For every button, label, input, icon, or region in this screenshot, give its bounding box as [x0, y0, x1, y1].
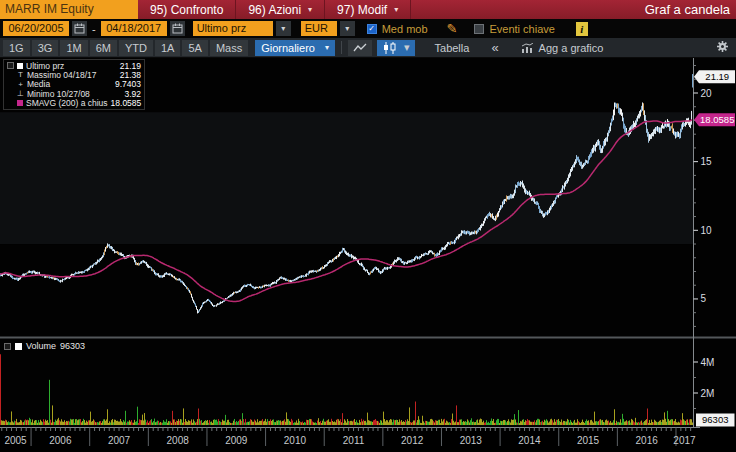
price-field-select[interactable]: Ultimo prz [193, 21, 273, 36]
high-marker-icon: T [17, 70, 24, 79]
year-label: 2011 [343, 435, 365, 446]
range-button-1g[interactable]: 1G [3, 40, 30, 56]
year-label: 2017 [673, 435, 696, 446]
date-to-field[interactable]: 04/18/2017 [101, 21, 167, 36]
range-button-5a[interactable]: 5A [182, 40, 207, 56]
menu-bar-spacer [411, 0, 645, 19]
candle-chart-button[interactable]: ▾ [377, 40, 415, 56]
gear-icon [716, 40, 729, 53]
price-tick-label: 10 [701, 225, 713, 236]
line-chart-button[interactable] [348, 40, 372, 56]
year-label: 2013 [460, 435, 483, 446]
settings-button[interactable] [716, 40, 729, 55]
mini-chart-icon [521, 43, 534, 53]
price-tick-label: 20 [701, 88, 713, 99]
chart-type-title: Graf a candela [645, 0, 736, 19]
volume-legend[interactable]: Volume 96303 [4, 341, 85, 351]
calendar-icon [172, 23, 183, 34]
price-legend[interactable]: Ultimo prz 21.19 T Massimo 04/18/17 21.3… [3, 59, 145, 110]
legend-row-smavg[interactable]: SMAVG (200) a chius 18.0585 [7, 98, 141, 107]
year-label: 2008 [167, 435, 190, 446]
year-label: 2009 [225, 435, 248, 446]
date-range-separator: - [92, 23, 96, 35]
legend-row-high[interactable]: T Massimo 04/18/17 21.38 [7, 70, 141, 79]
currency-dropdown-button[interactable]: ▾ [340, 21, 355, 36]
chevron-down-icon: ▾ [281, 24, 285, 33]
azioni-button[interactable]: 96) Azioni ▾ [236, 0, 325, 19]
legend-toggle[interactable] [7, 62, 14, 69]
price-tick-label: 5 [701, 293, 707, 304]
year-label: 2007 [108, 435, 131, 446]
panel-divider[interactable] [0, 337, 736, 339]
price-tick-label: 15 [701, 156, 713, 167]
add-to-chart-button[interactable]: Agg a grafico [515, 40, 610, 56]
modif-label: 97) Modif [337, 3, 387, 17]
calendar-icon [74, 23, 85, 34]
last-price-swatch-icon [17, 63, 23, 69]
period-dropdown[interactable]: Giornaliero ▾ [255, 40, 335, 56]
azioni-label: 96) Azioni [248, 3, 301, 17]
confronto-button[interactable]: 95) Confronto [138, 0, 236, 19]
year-label: 2015 [577, 435, 600, 446]
last-volume-badge: 96303 [696, 414, 735, 427]
eventi-chiave-checkbox[interactable] [474, 24, 484, 34]
range-button-3g[interactable]: 3G [32, 40, 59, 56]
legend-value: 18.0585 [111, 98, 142, 108]
range-button-1m[interactable]: 1M [60, 40, 87, 56]
low-marker-icon: ⊥ [17, 89, 24, 98]
date-from-field[interactable]: 06/20/2005 [3, 21, 69, 36]
volume-legend-toggle[interactable] [4, 343, 11, 350]
chevron-down-icon: ▾ [345, 24, 349, 33]
med-mob-checkbox[interactable]: ✓ [367, 24, 377, 34]
range-button-ytd[interactable]: YTD [119, 40, 153, 56]
year-label: 2014 [518, 435, 541, 446]
last-price-badge: 21.19 [694, 70, 735, 83]
volume-tick-label: 4M [701, 357, 715, 368]
chevron-down-icon: ▾ [325, 40, 329, 56]
year-label: 2006 [49, 435, 72, 446]
security-ticker-field[interactable]: MARR IM Equity [0, 0, 138, 19]
confronto-label: 95) Confronto [150, 3, 223, 17]
med-mob-label: Med mob [382, 23, 428, 35]
date-from-calendar-button[interactable] [72, 21, 87, 36]
price-field-dropdown-button[interactable]: ▾ [276, 21, 291, 36]
year-label: 2010 [284, 435, 307, 446]
toolbar-divider [341, 41, 342, 54]
bloomberg-chart-window: MARR IM Equity 95) Confronto 96) Azioni … [0, 0, 736, 452]
range-button-1a[interactable]: 1A [155, 40, 180, 56]
currency-select[interactable]: EUR [301, 21, 337, 36]
range-button-6m[interactable]: 6M [90, 40, 117, 56]
modif-button[interactable]: 97) Modif ▾ [325, 0, 411, 19]
line-chart-icon [353, 42, 367, 53]
legend-label: SMAVG (200) a chius [26, 98, 108, 108]
year-label: 2012 [401, 435, 424, 446]
volume-legend-label: Volume [26, 341, 56, 351]
legend-row-last-price[interactable]: Ultimo prz 21.19 [7, 61, 141, 70]
period-label: Giornaliero [261, 40, 315, 56]
legend-row-low[interactable]: ⊥ Minimo 10/27/08 3.92 [7, 89, 141, 98]
legend-row-mean[interactable]: + Media 9.7403 [7, 80, 141, 89]
mean-marker-icon: + [17, 80, 24, 89]
add-to-chart-label: Agg a grafico [539, 40, 604, 56]
svg-text:96303: 96303 [702, 414, 728, 425]
eventi-chiave-label: Eventi chiave [489, 23, 554, 35]
volume-legend-value: 96303 [60, 341, 85, 351]
chevron-down-icon: ▾ [394, 5, 398, 14]
year-label: 2016 [636, 435, 659, 446]
range-button-mass[interactable]: Mass [210, 40, 248, 56]
svg-text:18.0585: 18.0585 [700, 114, 734, 125]
chevron-down-icon: ▾ [308, 5, 312, 14]
smavg-swatch-icon [17, 100, 23, 106]
table-button[interactable]: Tabella [429, 40, 476, 56]
collapse-panel-button[interactable]: « [477, 40, 512, 56]
volume-tick-label: 2M [701, 388, 715, 399]
candlestick-icon [382, 42, 398, 54]
chart-controls-bar: 06/20/2005 - 04/18/2017 Ultimo prz ▾ EUR [0, 19, 736, 38]
top-menu-bar: MARR IM Equity 95) Confronto 96) Azioni … [0, 0, 736, 19]
volume-swatch-icon [15, 343, 22, 350]
pencil-icon[interactable]: ✎ [447, 21, 458, 36]
info-icon[interactable]: i [576, 22, 588, 36]
date-to-calendar-button[interactable] [170, 21, 185, 36]
chevron-down-icon: ▾ [404, 41, 410, 54]
chart-toolbar: 1G 3G 1M 6M YTD 1A 5A Mass Giornaliero ▾… [0, 38, 736, 58]
